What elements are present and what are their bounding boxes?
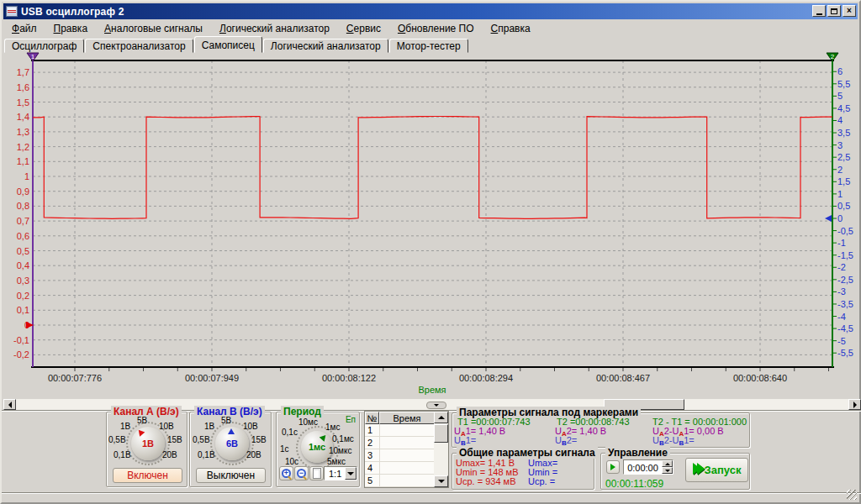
svg-text:-0,5: -0,5 [837,226,853,236]
svg-text:1: 1 [837,189,843,199]
table-row[interactable]: 5 [365,475,435,487]
window-title: USB осциллограф 2 [21,6,124,18]
svg-text:-1,5: -1,5 [837,250,853,260]
svg-text:00:00:07:776: 00:00:07:776 [48,373,102,383]
resize-grip[interactable] [847,490,857,500]
svg-text:00:00:08:640: 00:00:08:640 [733,373,787,383]
scale-label: 1В [204,422,214,431]
menu-software-update[interactable]: Обновление ПО [389,21,483,36]
svg-text:-5,5: -5,5 [837,348,853,358]
left-axis-labels: 1,71,61,51,41,31,21,110,90,80,70,60,50,4… [13,67,29,360]
scroll-left-button[interactable] [3,399,16,410]
x-axis-title: Время [418,385,446,395]
svg-text:1,7: 1,7 [17,67,29,77]
svg-text:-5: -5 [837,336,846,346]
table-collapse-button[interactable] [426,402,446,409]
zoom-out-button[interactable]: − [294,466,309,480]
scale-label: 20В [246,450,261,459]
channel-a-gain-knob[interactable]: 1В [131,427,165,460]
knob-pointer-icon [228,428,235,434]
menu-bar: Файл Правка Аналоговые сигналы Логически… [3,20,858,36]
menu-edit[interactable]: Правка [45,21,97,36]
play-icon [610,464,615,470]
menu-service[interactable]: Сервис [338,21,389,36]
svg-text:3,5: 3,5 [837,128,850,138]
menu-help[interactable]: Справка [483,21,539,36]
play-button[interactable] [606,460,620,474]
spinner-down-button[interactable] [662,467,673,474]
svg-text:-3,5: -3,5 [837,299,853,309]
table-row[interactable]: 2 [365,437,435,449]
scale-label: 5В [221,416,231,425]
spinner-up-button[interactable] [662,460,673,467]
maximize-icon [831,8,837,14]
svg-text:00:00:08:467: 00:00:08:467 [596,373,650,383]
svg-text:0,8: 0,8 [17,201,29,211]
scroll-right-button[interactable] [848,399,861,410]
tab-motor-tester[interactable]: Мотор-тестер [389,39,468,53]
scale-label: 5В [137,416,147,425]
channel-a-power-button[interactable]: Включен [113,468,182,483]
ub1-value: UB1= [454,436,476,448]
svg-text:-1: -1 [837,238,846,248]
svg-text:1: 1 [31,53,35,60]
svg-text:4,5: 4,5 [837,103,850,113]
minimize-button[interactable] [812,5,826,17]
app-window: USB осциллограф 2 × Файл Правка Аналогов… [0,0,861,504]
close-button[interactable]: × [843,5,856,17]
tab-spectrum-analyzer[interactable]: Спектроанализатор [85,39,193,53]
new-page-button[interactable] [309,466,324,480]
table-row[interactable]: 3 [365,449,435,462]
x-axis-labels: 00:00:07:77600:00:07:94900:00:08:12200:0… [48,373,787,383]
scale-ratio-dropdown[interactable]: 1:1 [324,466,357,480]
scale-label: 20В [162,450,177,459]
table-header-time[interactable]: Время [379,412,435,424]
menu-file[interactable]: Файл [3,21,45,36]
svg-text:0: 0 [837,213,843,223]
scroll-down-button[interactable] [434,475,448,487]
tab-bar: Осциллограф Спектроанализатор Самописец … [4,36,858,53]
minimize-icon [816,13,822,15]
menu-analog-signals[interactable]: Аналоговые сигналы [96,21,211,36]
tab-oscilloscope[interactable]: Осциллограф [4,39,84,53]
table-vscrollbar[interactable] [434,412,448,487]
channel-b-gain-knob[interactable]: 6В [215,427,249,460]
scale-label: 5мкс [327,457,346,466]
svg-text:0,5: 0,5 [837,201,850,211]
svg-text:1,2: 1,2 [17,142,29,152]
svg-text:5: 5 [837,91,843,101]
scale-label: 0,1В [198,450,215,459]
scale-label: 10В [243,422,258,431]
table-row[interactable]: 4 [365,462,435,475]
maximize-button[interactable] [827,5,841,17]
scale-label: 10мкс [329,446,352,455]
menu-logic-analyzer[interactable]: Логический анализатор [211,21,338,36]
svg-text:1,1: 1,1 [17,156,29,166]
svg-text:00:00:08:122: 00:00:08:122 [322,373,376,383]
app-icon [6,6,18,17]
table-header-number[interactable]: № [365,412,379,424]
svg-text:2,5: 2,5 [837,152,850,162]
right-axis-labels: 65,554,543,532,521,510,50-0,5-1-1,5-2-2,… [833,66,853,358]
svg-text:0,7: 0,7 [17,216,29,226]
general-parameters-title: Общие параметры сигнала [457,447,598,459]
dropdown-button[interactable] [345,467,357,480]
svg-text:-2: -2 [837,262,846,272]
channel-b-power-button[interactable]: Выключен [196,468,266,483]
scrollbar-thumb[interactable] [434,424,448,443]
table-row[interactable]: 1 [365,424,435,437]
ucp-b: Uср. = [528,477,555,486]
scroll-up-button[interactable] [434,412,448,423]
channel-a-group: Канал А (В/э) 5В 10В 15В 20В 0,1В 0,5В 1… [106,412,188,487]
svg-text:3: 3 [837,140,843,150]
scale-label: 0,1мс [332,434,354,444]
svg-text:-3: -3 [837,286,846,297]
title-bar[interactable]: USB осциллограф 2 × [3,3,858,19]
tab-recorder[interactable]: Самописец [194,36,262,53]
timer-spinbox[interactable]: 0:00:00 [623,459,673,475]
arrow-right-icon [853,402,857,408]
zoom-in-button[interactable]: + [279,466,293,480]
tab-logic-analyzer[interactable]: Логический анализатор [263,39,388,53]
start-button[interactable]: Запуск [685,458,748,482]
zoom-out-icon: − [297,469,306,478]
